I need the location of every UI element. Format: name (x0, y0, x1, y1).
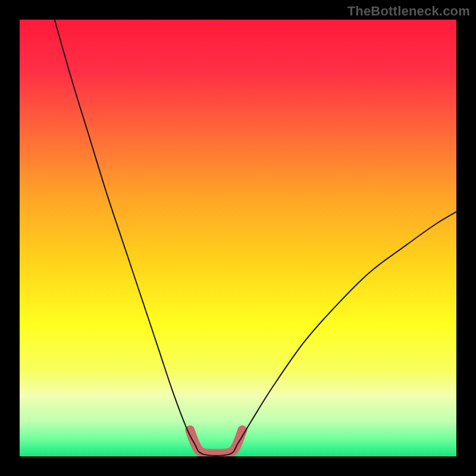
watermark-text: TheBottleneck.com (347, 4, 470, 19)
chart-background (20, 20, 456, 456)
bottleneck-chart (20, 20, 456, 456)
page-root: TheBottleneck.com (0, 0, 476, 476)
